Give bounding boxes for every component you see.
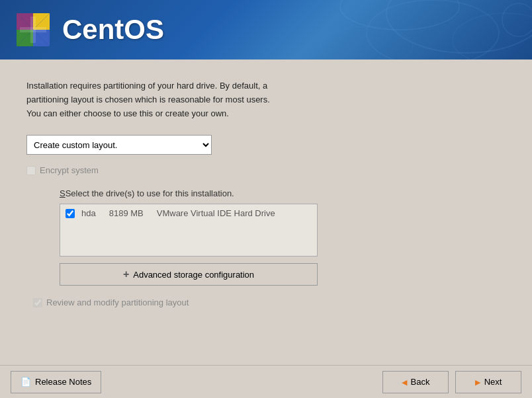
layout-dropdown-row: Create custom layout. Use free space on … xyxy=(26,135,506,155)
encrypt-label: Encrypt system xyxy=(40,165,99,175)
svg-rect-16 xyxy=(20,27,46,32)
description-text: Installation requires partitioning of yo… xyxy=(26,79,278,120)
drive-item: hda 8189 MB VMware Virtual IDE Hard Driv… xyxy=(66,208,312,218)
drive-info: hda 8189 MB VMware Virtual IDE Hard Driv… xyxy=(81,208,275,218)
review-checkbox[interactable] xyxy=(33,298,42,307)
next-arrow-icon xyxy=(475,377,480,387)
release-notes-label: Release Notes xyxy=(35,377,91,387)
next-button[interactable]: Next xyxy=(455,371,521,393)
footer: Release Notes Back Next xyxy=(0,365,532,398)
release-notes-button[interactable]: Release Notes xyxy=(11,371,101,393)
review-row: Review and modify partitioning layout xyxy=(33,298,506,307)
footer-left: Release Notes xyxy=(11,371,101,393)
back-arrow-icon xyxy=(402,377,407,387)
review-label: Review and modify partitioning layout xyxy=(46,298,189,307)
layout-select[interactable]: Create custom layout. Use free space on … xyxy=(26,135,212,155)
drive-checkbox[interactable] xyxy=(66,209,75,218)
svg-point-4 xyxy=(502,3,532,36)
next-label: Next xyxy=(484,377,502,387)
encrypt-row: Encrypt system xyxy=(26,165,506,175)
header-swirls xyxy=(201,0,532,60)
advanced-storage-button[interactable]: Advanced storage configuration xyxy=(60,263,318,286)
svg-point-1 xyxy=(367,0,499,60)
logo: CentOS xyxy=(13,10,164,50)
drives-listbox[interactable]: hda 8189 MB VMware Virtual IDE Hard Driv… xyxy=(60,204,318,257)
drive-size: 8189 MB xyxy=(109,208,144,218)
centos-logo-icon xyxy=(13,10,53,50)
header: CentOS xyxy=(0,0,532,60)
drives-section-label: SSelect the drive(s) to use for this ins… xyxy=(60,188,506,198)
footer-right: Back Next xyxy=(382,371,521,393)
back-button[interactable]: Back xyxy=(382,371,449,393)
back-label: Back xyxy=(411,377,430,387)
encrypt-checkbox[interactable] xyxy=(26,166,36,175)
doc-icon xyxy=(21,377,31,387)
plus-icon xyxy=(123,268,129,280)
main-content: Installation requires partitioning of yo… xyxy=(0,60,532,321)
logo-text: CentOS xyxy=(62,14,164,46)
drive-description: VMware Virtual IDE Hard Drive xyxy=(157,208,275,218)
drive-name: hda xyxy=(81,208,96,218)
advanced-storage-label: Advanced storage configuration xyxy=(133,270,254,280)
